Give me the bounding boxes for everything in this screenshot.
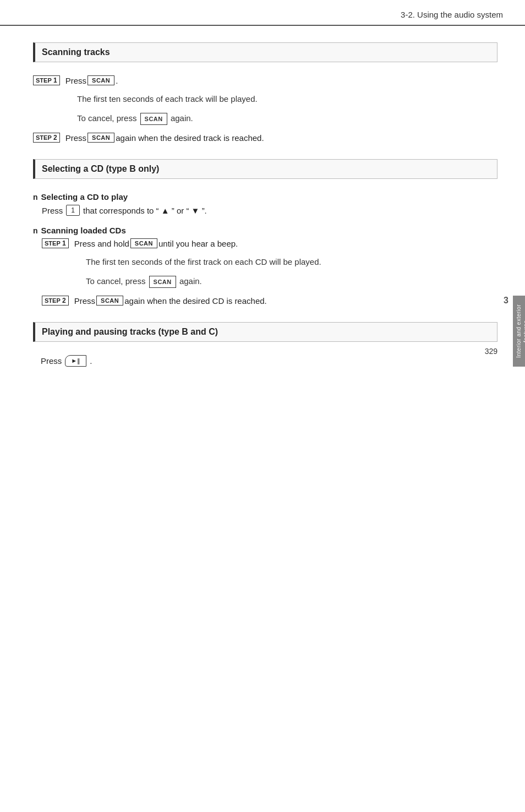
step2-suffix: again when the desired track is reached. <box>116 133 264 143</box>
step1-press-label: Press <box>65 76 86 85</box>
step-1-scan-cds: STEP 1 Press and hold SCAN until you hea… <box>42 238 497 248</box>
section-header-play: Playing and pausing tracks (type B and C… <box>33 322 497 342</box>
subsection-select-body: Press 1 that corresponds to “ ▲ ” or “ ▼… <box>42 205 497 216</box>
scan-button-cancel-cd[interactable]: SCAN <box>149 276 176 288</box>
step-cd1-suffix: until you hear a beep. <box>158 239 238 248</box>
step1-period: . <box>116 76 118 85</box>
step2-press-label: Press <box>65 133 86 143</box>
page-number: 329 <box>485 347 497 356</box>
scan-button-2[interactable]: SCAN <box>88 133 114 143</box>
step1-indent-1: The first ten seconds of each track will… <box>77 93 497 106</box>
step-2-scan-cds: STEP 2 Press SCAN again when the desired… <box>42 296 497 306</box>
subsection-scan-cds: n Scanning loaded CDs STEP 1 Press and h… <box>33 226 497 306</box>
subsection-scan-cds-label: Scanning loaded CDs <box>41 226 126 235</box>
step-cd1-indent-2: To cancel, press SCAN again. <box>86 275 497 288</box>
play-instruction: Press ►‖ . <box>41 355 497 367</box>
step-cd1-indent-1: The first ten seconds of the first track… <box>86 256 497 269</box>
select-press-label: Press <box>42 206 63 215</box>
step-badge-1: STEP 1 <box>33 75 60 85</box>
step-cd1-press: Press and hold <box>74 239 129 248</box>
side-tab-text: Interior and exterior features <box>516 304 525 358</box>
play-period: . <box>90 356 92 366</box>
step-2-scanning: STEP 2 Press SCAN again when the desired… <box>33 133 497 143</box>
subsection-select-label: Selecting a CD to play <box>41 192 128 201</box>
step-badge-2: STEP 2 <box>33 133 60 143</box>
subsection-title-scan-cds: n Scanning loaded CDs <box>33 226 497 235</box>
select-cd-instruction: Press 1 that corresponds to “ ▲ ” or “ ▼… <box>42 205 497 216</box>
header-title: 3-2. Using the audio system <box>401 10 503 19</box>
main-content: Scanning tracks STEP 1 Press SCAN . The … <box>0 42 525 367</box>
section-selecting-cd: Selecting a CD (type B only) n Selecting… <box>33 159 497 306</box>
section-header-scanning: Scanning tracks <box>33 42 497 62</box>
scan-button-cd2[interactable]: SCAN <box>96 296 123 306</box>
step-badge-cd-2: STEP 2 <box>42 296 69 306</box>
step-cd2-press: Press <box>74 296 95 306</box>
chapter-number: 3 <box>504 296 508 306</box>
side-tab: Interior and exterior features <box>513 296 525 367</box>
number-1-button[interactable]: 1 <box>66 205 80 216</box>
step-cd2-suffix: again when the desired CD is reached. <box>124 296 267 306</box>
section-title-play: Playing and pausing tracks (type B and C… <box>42 327 218 336</box>
page-header: 3-2. Using the audio system <box>0 0 525 26</box>
section-title-cd: Selecting a CD (type B only) <box>42 164 159 173</box>
scan-button-1[interactable]: SCAN <box>88 75 114 85</box>
section-header-cd: Selecting a CD (type B only) <box>33 159 497 179</box>
section-title-scanning: Scanning tracks <box>42 47 110 57</box>
play-pause-button[interactable]: ►‖ <box>65 355 86 367</box>
scan-button-cancel1[interactable]: SCAN <box>140 113 167 126</box>
scan-button-cd1[interactable]: SCAN <box>130 238 157 248</box>
play-press-label: Press <box>41 356 62 366</box>
section-playing-pausing: Playing and pausing tracks (type B and C… <box>33 322 497 367</box>
step1-indent-2: To cancel, press SCAN again. <box>77 112 497 126</box>
select-suffix: that corresponds to “ ▲ ” or “ ▼ ”. <box>83 206 207 215</box>
section-scanning-tracks: Scanning tracks STEP 1 Press SCAN . The … <box>33 42 497 143</box>
subsection-select-cd: n Selecting a CD to play Press 1 that co… <box>33 192 497 216</box>
step-1-scanning: STEP 1 Press SCAN . <box>33 75 497 85</box>
step-badge-cd-1: STEP 1 <box>42 238 69 248</box>
subsection-title-select: n Selecting a CD to play <box>33 192 497 201</box>
subsection-scan-cds-body: STEP 1 Press and hold SCAN until you hea… <box>42 238 497 306</box>
